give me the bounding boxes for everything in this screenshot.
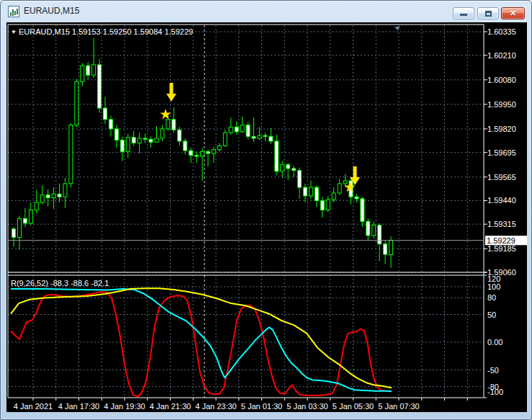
candle-body [332,193,335,200]
candle-body [229,127,233,133]
maximize-icon [485,11,492,17]
candle-body [195,156,199,156]
candle-body [258,135,261,138]
candle-body [189,151,193,156]
price-axis-label: 1.59820 [487,125,516,133]
candle-body [343,181,347,184]
candle-body [12,229,16,238]
candle-body [137,138,141,143]
candle-body [104,108,107,120]
candle-body [315,187,318,200]
candle-body [206,151,209,153]
title-bar[interactable]: EURAUD,M15 ✕ [1,1,531,22]
candle-body [63,184,67,197]
price-axis-label: 1.60080 [487,76,516,84]
candle-body [320,200,324,210]
candle-body [178,130,181,141]
indicator-scale-label: -100 [487,388,503,396]
candle-body [366,221,370,236]
candle-body [143,138,147,139]
sell-arrow-icon [166,83,176,102]
time-axis-label: 4 Jan 17:30 [58,402,100,411]
close-button[interactable]: ✕ [501,7,525,19]
time-axis-label: 4 Jan 21:30 [150,402,191,411]
candle-body [269,136,273,141]
indicator-scale-label: 80 [487,293,496,302]
header-open: 1.59153 [72,27,101,36]
candle-body [292,169,296,171]
star-signal-icon [160,109,171,120]
candle-body [212,150,215,153]
indicator-line-yellow [11,288,392,388]
candle-body [149,139,153,142]
indicator-label: R(9,26,52) -88.3 -88.6 -82.1 [11,279,109,287]
candle-body [46,195,50,198]
candle-body [281,165,284,171]
candle-body [58,194,61,197]
candle-body [246,125,250,137]
candle-body [235,127,238,132]
chart-client-area[interactable]: 1.603351.602101.600801.599501.598201.596… [6,22,527,412]
price-axis-label: 1.59565 [487,173,516,182]
candle-body [126,138,130,152]
candle-body [35,202,38,210]
candle-body [217,146,221,149]
candle-body [52,194,55,197]
candle-body [120,140,124,152]
candle-body [309,187,312,196]
chart-canvas[interactable]: 1.603351.602101.600801.599501.598201.596… [6,22,527,412]
header-close: 1.59229 [164,27,193,36]
time-axis-label: 5 Jan 05:30 [333,402,374,411]
window-title: EURAUD,M15 [24,1,79,22]
candle-body [75,81,78,125]
candle-body [132,138,135,143]
candle-body [69,125,73,184]
close-icon: ✕ [502,9,524,18]
candle-body [384,244,387,254]
price-axis-label: 1.59950 [487,100,516,109]
indicator-scale-label: 100 [487,282,500,291]
candle-body [201,151,204,156]
symbol-dropdown-icon[interactable]: ▼ [11,29,17,35]
time-axis-label: 5 Jan 01:30 [241,402,283,411]
candle-body [166,120,170,129]
candle-body [338,184,341,193]
candle-body [81,66,84,81]
candle-body [155,138,158,142]
header-low: 1.59084 [134,27,163,36]
candle-body [172,120,176,130]
minimize-icon [460,14,467,16]
last-bar-marker-icon [395,27,400,30]
maximize-button[interactable] [477,7,499,19]
candle-body [29,210,32,223]
time-axis-label: 5 Jan 07:30 [378,402,420,411]
price-axis-label: 1.60210 [487,51,516,60]
candle-body [298,171,302,188]
price-axis-label: 1.59440 [487,196,516,205]
candle-body [23,218,27,223]
candle-body [389,241,393,255]
candle-body [98,65,102,108]
chart-icon [8,6,19,17]
candle-body [326,200,330,210]
indicator-scale-label: 50 [487,310,496,319]
candle-body [378,225,382,244]
candle-body [17,218,21,237]
time-axis-label: 4 Jan 2021 [14,402,53,411]
time-axis-label: 4 Jan 19:30 [104,402,145,411]
candle-body [275,141,279,171]
candle-body [223,133,227,146]
candle-body [355,197,359,199]
indicator-scale-label: -50 [487,366,499,375]
minimize-button[interactable] [453,7,474,19]
header-high: 1.59250 [103,27,132,36]
time-axis-label: 5 Jan 03:30 [287,402,328,411]
candle-body [372,225,376,236]
price-axis-label: 1.59315 [487,220,516,228]
candle-body [40,195,44,202]
candle-body [109,120,112,129]
candle-body [114,129,118,140]
chart-ohlc-header: ▼ EURAUD,M15 1.59153 1.59250 1.59084 1.5… [11,27,193,36]
indicator-line-red [11,292,392,397]
candle-body [252,136,256,138]
